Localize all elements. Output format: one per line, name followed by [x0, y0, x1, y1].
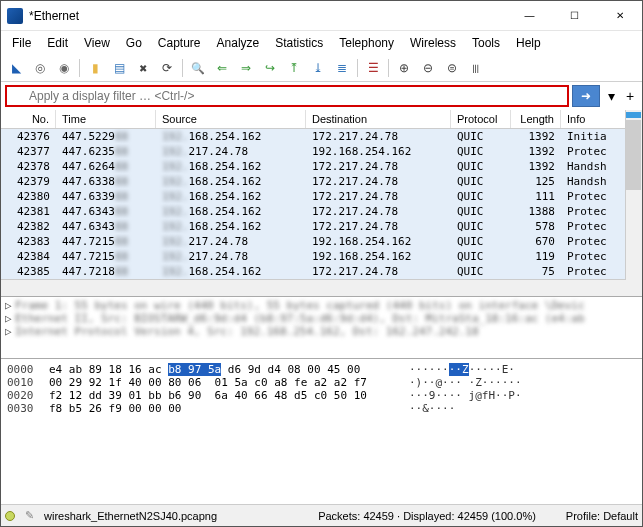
goto-first-icon[interactable]: [283, 57, 305, 79]
menu-file[interactable]: File: [5, 33, 38, 53]
menu-capture[interactable]: Capture: [151, 33, 208, 53]
hscrollbar[interactable]: [1, 279, 642, 296]
detail-frame[interactable]: Frame 1: 55 bytes on wire (440 bits), 55…: [15, 299, 585, 312]
display-filter-input[interactable]: [5, 85, 569, 107]
hex-row[interactable]: 0030f8 b5 26 f9 00 00 00··&····: [7, 402, 636, 415]
col-no[interactable]: No.: [1, 110, 56, 128]
resize-columns-icon[interactable]: [465, 57, 487, 79]
col-source[interactable]: Source: [156, 110, 306, 128]
hex-row[interactable]: 0000e4 ab 89 18 16 ac b8 97 5a d6 9d d4 …: [7, 363, 636, 376]
status-file: wireshark_EthernetN2SJ40.pcapng: [44, 510, 217, 522]
start-capture-icon[interactable]: [5, 57, 27, 79]
goto-last-icon[interactable]: [307, 57, 329, 79]
menubar: File Edit View Go Capture Analyze Statis…: [1, 31, 642, 55]
table-row[interactable]: 42376447.522988192.168.254.162172.217.24…: [1, 129, 642, 144]
hex-row[interactable]: 001000 29 92 1f 40 00 80 06 01 5a c0 a8 …: [7, 376, 636, 389]
autoscroll-icon[interactable]: [331, 57, 353, 79]
menu-go[interactable]: Go: [119, 33, 149, 53]
stop-capture-icon[interactable]: [29, 57, 51, 79]
menu-view[interactable]: View: [77, 33, 117, 53]
menu-analyze[interactable]: Analyze: [210, 33, 267, 53]
table-row[interactable]: 42384447.721588192.217.24.78192.168.254.…: [1, 249, 642, 264]
filter-dropdown-button[interactable]: ▾: [603, 85, 619, 107]
open-file-icon[interactable]: [84, 57, 106, 79]
main-toolbar: [1, 55, 642, 82]
colorize-icon[interactable]: [362, 57, 384, 79]
vscrollbar[interactable]: [625, 110, 642, 280]
menu-help[interactable]: Help: [509, 33, 548, 53]
close-button[interactable]: ✕: [597, 1, 642, 31]
restart-capture-icon[interactable]: [53, 57, 75, 79]
status-profile[interactable]: Profile: Default: [566, 510, 638, 522]
table-row[interactable]: 42378447.626488192.168.254.162172.217.24…: [1, 159, 642, 174]
maximize-button[interactable]: ☐: [552, 1, 597, 31]
packet-list[interactable]: No. Time Source Destination Protocol Len…: [1, 110, 642, 297]
zoom-out-icon[interactable]: [417, 57, 439, 79]
prev-packet-icon[interactable]: [211, 57, 233, 79]
menu-telephony[interactable]: Telephony: [332, 33, 401, 53]
menu-tools[interactable]: Tools: [465, 33, 507, 53]
save-file-icon[interactable]: [108, 57, 130, 79]
col-protocol[interactable]: Protocol: [451, 110, 511, 128]
packet-bytes-pane[interactable]: 0000e4 ab 89 18 16 ac b8 97 5a d6 9d d4 …: [1, 359, 642, 504]
col-destination[interactable]: Destination: [306, 110, 451, 128]
apply-filter-button[interactable]: ➜: [572, 85, 600, 107]
zoom-in-icon[interactable]: [393, 57, 415, 79]
goto-packet-icon[interactable]: [259, 57, 281, 79]
menu-wireless[interactable]: Wireless: [403, 33, 463, 53]
app-icon: [7, 8, 23, 24]
table-row[interactable]: 42385447.721888192.168.254.162172.217.24…: [1, 264, 642, 279]
table-row[interactable]: 42382447.634388192.168.254.162172.217.24…: [1, 219, 642, 234]
capture-file-props-icon[interactable]: ✎: [25, 509, 34, 522]
expert-info-icon[interactable]: [5, 511, 15, 521]
close-file-icon[interactable]: [132, 57, 154, 79]
zoom-reset-icon[interactable]: [441, 57, 463, 79]
packet-list-header: No. Time Source Destination Protocol Len…: [1, 110, 642, 129]
minimize-button[interactable]: —: [507, 1, 552, 31]
reload-icon[interactable]: [156, 57, 178, 79]
table-row[interactable]: 42377447.623588192.217.24.78192.168.254.…: [1, 144, 642, 159]
table-row[interactable]: 42383447.721588192.217.24.78192.168.254.…: [1, 234, 642, 249]
filter-toolbar: ◧ ➜ ▾ +: [1, 82, 642, 110]
menu-statistics[interactable]: Statistics: [268, 33, 330, 53]
detail-ethernet[interactable]: Ethernet II, Src: BIOSTARW_d6:9d:d4 (b8:…: [15, 312, 585, 325]
add-filter-button[interactable]: +: [622, 85, 638, 107]
window-title: *Ethernet: [29, 9, 507, 23]
titlebar: *Ethernet — ☐ ✕: [1, 1, 642, 31]
detail-ip[interactable]: Internet Protocol Version 4, Src: 192.16…: [15, 325, 479, 338]
hex-row[interactable]: 0020f2 12 dd 39 01 bb b6 90 6a 40 66 48 …: [7, 389, 636, 402]
table-row[interactable]: 42379447.633888192.168.254.162172.217.24…: [1, 174, 642, 189]
menu-edit[interactable]: Edit: [40, 33, 75, 53]
status-counts: Packets: 42459 · Displayed: 42459 (100.0…: [318, 510, 536, 522]
packet-details-pane[interactable]: ▷Frame 1: 55 bytes on wire (440 bits), 5…: [1, 297, 642, 359]
table-row[interactable]: 42381447.634388192.168.254.162172.217.24…: [1, 204, 642, 219]
col-time[interactable]: Time: [56, 110, 156, 128]
col-length[interactable]: Length: [511, 110, 561, 128]
statusbar: ✎ wireshark_EthernetN2SJ40.pcapng Packet…: [1, 504, 642, 526]
find-icon[interactable]: [187, 57, 209, 79]
table-row[interactable]: 42380447.633988192.168.254.162172.217.24…: [1, 189, 642, 204]
next-packet-icon[interactable]: [235, 57, 257, 79]
